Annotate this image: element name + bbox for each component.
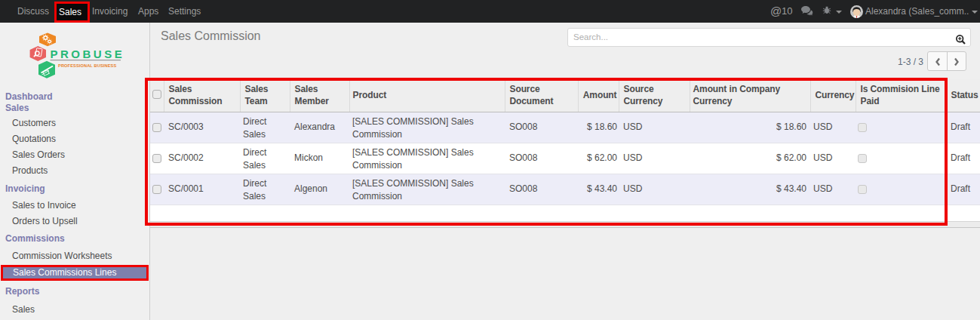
svg-text:PROBUSE: PROBUSE <box>51 48 125 60</box>
svg-text:PROFESSIONAL BUSINESS: PROFESSIONAL BUSINESS <box>58 63 116 68</box>
